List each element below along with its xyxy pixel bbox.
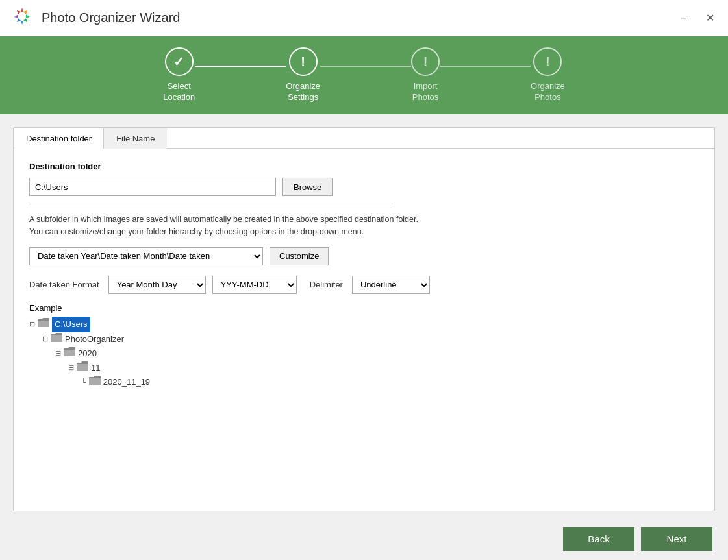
folder-hierarchy-row: Date taken Year\Date taken Month\Date ta… — [29, 247, 699, 265]
delimiter-label: Delimiter — [310, 280, 343, 289]
customize-button[interactable]: Customize — [270, 247, 329, 265]
tree-item-11: ⊟ 11 — [68, 361, 699, 375]
exclaim-icon-4 — [546, 55, 550, 69]
wizard-step-organize-settings: OrganizeSettings — [286, 47, 320, 103]
next-button[interactable]: Next — [641, 527, 712, 551]
minimize-button[interactable]: − — [676, 10, 692, 26]
tree-connector-0: ⊟ — [29, 318, 35, 330]
folder-icon-3 — [77, 361, 88, 375]
date-fmt-select[interactable]: YYY-MM-DD YYYY/MM/DD MM-DD-YYYY — [212, 276, 297, 294]
step3-label: ImportPhotos — [412, 81, 438, 103]
date-format-label: Date taken Format — [29, 280, 99, 289]
step4-label: OrganizePhotos — [531, 81, 565, 103]
window-controls: − ✕ — [676, 10, 718, 26]
tree-label-11: 11 — [91, 361, 100, 375]
bottom-bar: Back Next — [0, 518, 728, 560]
tree-connector-3: ⊟ — [68, 361, 74, 374]
format-row: Date taken Format Year Month Day Month D… — [29, 276, 699, 294]
app-title: Photo Organizer Wizard — [42, 10, 676, 25]
line-1-2 — [195, 66, 286, 67]
close-button[interactable]: ✕ — [702, 10, 718, 26]
example-section: Example ⊟ C:\Users ⊟ — [29, 303, 699, 389]
line-3-4 — [440, 66, 531, 67]
title-bar: Photo Organizer Wizard − ✕ — [0, 0, 728, 36]
check-icon — [173, 54, 184, 69]
exclaim-icon-2 — [301, 55, 305, 69]
line-2-3 — [320, 66, 411, 67]
main-content: Destination folder File Name Destination… — [0, 114, 728, 518]
back-button[interactable]: Back — [563, 527, 634, 551]
step1-label: SelectLocation — [163, 81, 195, 103]
wizard-step-organize-photos: OrganizePhotos — [531, 47, 565, 103]
tabs-container: Destination folder File Name — [14, 128, 714, 149]
tree-connector-4: └ — [81, 376, 86, 389]
folder-hierarchy-select[interactable]: Date taken Year\Date taken Month\Date ta… — [29, 247, 263, 265]
divider — [29, 204, 393, 204]
tree-connector-2: ⊟ — [55, 347, 61, 359]
step1-circle — [165, 47, 194, 76]
step4-circle — [533, 47, 562, 76]
browse-button[interactable]: Browse — [282, 178, 333, 196]
folder-icon-0 — [38, 317, 49, 332]
wizard-header: SelectLocation OrganizeSettings ImportPh… — [0, 36, 728, 114]
tree-label-photoorganizer: PhotoOrganizer — [65, 332, 124, 347]
destination-folder-label: Destination folder — [29, 162, 699, 171]
tab-file-name[interactable]: File Name — [104, 128, 167, 149]
tab-destination-folder[interactable]: Destination folder — [14, 128, 104, 149]
step2-circle — [289, 47, 318, 76]
folder-icon-1 — [51, 332, 62, 347]
date-order-select[interactable]: Year Month Day Month Day Year Day Month … — [108, 276, 206, 294]
wizard-step-import-photos: ImportPhotos — [411, 47, 440, 103]
wizard-step-select-location: SelectLocation — [163, 47, 195, 103]
folder-icon-2 — [64, 347, 75, 361]
step3-circle — [411, 47, 440, 76]
tree-item-root: ⊟ C:\Users — [29, 317, 699, 332]
tree-label-root: C:\Users — [52, 317, 90, 332]
svg-point-0 — [18, 12, 26, 20]
tree-item-photoorganizer: ⊟ PhotoOrganizer — [42, 332, 699, 347]
tree-connector-1: ⊟ — [42, 333, 48, 345]
path-input[interactable] — [29, 178, 276, 196]
settings-card: Destination folder File Name Destination… — [13, 127, 715, 511]
info-text: A subfolder in which images are saved wi… — [29, 213, 699, 238]
exclaim-icon-3 — [423, 55, 428, 69]
tree-label-date: 2020_11_19 — [103, 375, 150, 389]
delimiter-select[interactable]: Underline Dash None — [352, 276, 430, 294]
tree: ⊟ C:\Users ⊟ PhotoOrganizer — [29, 317, 699, 389]
step2-label: OrganizeSettings — [286, 81, 320, 103]
tree-label-2020: 2020 — [78, 347, 97, 361]
tree-item-date: └ 2020_11_19 — [81, 375, 699, 389]
app-logo — [10, 6, 34, 30]
folder-icon-4 — [89, 375, 101, 389]
tree-item-2020: ⊟ 2020 — [55, 347, 699, 361]
example-label: Example — [29, 303, 699, 313]
card-body: Destination folder Browse A subfolder in… — [14, 149, 714, 511]
path-row: Browse — [29, 178, 699, 196]
